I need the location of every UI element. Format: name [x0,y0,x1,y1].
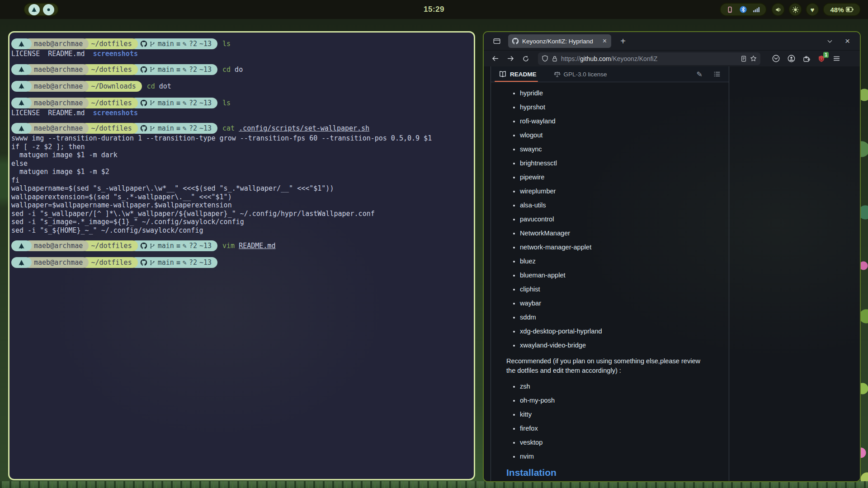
new-tab-button[interactable]: + [617,35,629,47]
prompt-arch-segment [11,257,32,268]
terminal-block: maeb@archmae~/dotfilesmain≡✎?2~13cd do [11,64,470,75]
readme-list-item: hypridle [520,89,713,97]
command-span: dot [155,82,171,90]
prompt-arch-segment [11,123,32,134]
terminal-prompt: maeb@archmae~/dotfilesmain≡✎?2~13ls [11,98,470,108]
firefox-view-button[interactable] [490,34,504,48]
git-edit-icon: ✎ [183,40,187,48]
terminal-output-line: sed -i "s_wallpaper/[^ ]*\.\w*_wallpaper… [11,210,470,218]
brightness-button[interactable] [788,3,802,16]
output-span: screenshots [93,109,138,117]
terminal-body: maeb@archmae~/dotfilesmain≡✎?2~13lsLICEN… [11,38,470,268]
license-tab-label: GPL-3.0 license [564,71,607,78]
ublock-icon[interactable]: 1 [818,55,825,62]
signal-strength-icon[interactable] [753,6,760,13]
readme-tab-label: README [510,71,537,78]
outline-toc-icon[interactable] [713,70,721,78]
output-span [40,109,48,117]
account-icon[interactable] [788,55,795,62]
terminal-prompt: maeb@archmae~/Downloadscd dot [11,81,470,92]
terminal-output-line: wallpapername=$(sed "s_-wallpaper\.\w*__… [11,184,470,193]
git-branch-icon [150,260,156,266]
output-span: README.md [48,109,85,117]
git-branch-name: main [158,40,174,48]
lock-icon[interactable] [552,56,558,62]
output-span: matugen image $1 -m dark [11,151,118,159]
readme-list-item: bluez [520,258,713,265]
github-octocat-icon [140,40,147,47]
browser-tab-active[interactable]: Keyoonz/KonfiZ: Hyprland × [508,34,611,48]
terminal-output-line: sed -i "s_image=.*_image=${1}_" ~/.confi… [11,218,470,226]
git-modified-count: ~13 [199,242,212,250]
tab-license[interactable]: GPL-3.0 license [554,71,607,78]
terminal-output-line: matugen image $1 -m dark [11,151,470,160]
prompt-git-segment: main≡✎?2~13 [130,240,217,251]
github-octocat-icon [140,125,147,132]
git-edit-icon: ✎ [183,66,187,74]
git-branch-icon [150,66,156,72]
readme-list-item: rofi-wayland [520,117,713,125]
back-button[interactable] [488,52,502,65]
url-text[interactable]: https://github.com/Keyoonz/KonfiZ [561,55,737,62]
output-span: sed -i "s_wallpaper/[^ ]*\.\w*_wallpaper… [11,210,375,218]
github-octocat-icon [140,66,147,73]
arch-logo-icon [18,259,25,266]
git-branch-icon [150,243,156,249]
terminal-command: cd dot [147,82,171,90]
prompt-path-segment: ~/dotfiles [81,257,137,268]
terminal-command: vim README.md [222,242,275,250]
terminal-prompt: maeb@archmae~/dotfilesmain≡✎?2~13ls [11,38,470,49]
command-span [235,242,239,250]
bookmark-star-icon[interactable] [750,55,757,62]
readme-list-item: zsh [520,383,713,390]
readme-list-item: firefox [520,425,713,432]
battery-percent: 48% [830,6,844,14]
git-untracked-count: ?2 [189,99,197,107]
url-bar[interactable]: https://github.com/Keyoonz/KonfiZ [538,52,760,65]
git-branch-icon [150,41,156,47]
battery-indicator[interactable]: 48% [823,3,861,16]
bluetooth-icon[interactable] [740,6,747,13]
heart-icon: ♥ [811,6,815,14]
tab-close-icon[interactable]: × [602,38,608,45]
tab-readme[interactable]: README [499,66,537,82]
readme-list-item: pavucontrol [520,216,713,223]
terminal-command: ls [222,99,231,107]
window-close-icon[interactable]: × [845,36,850,46]
output-span: matugen image $1 -m $2 [11,168,109,176]
prompt-user-segment: maeb@archmae [24,123,89,134]
volume-button[interactable] [771,3,785,16]
git-status-equal: ≡ [176,40,180,48]
arch-logo-icon [18,83,25,89]
heart-button[interactable]: ♥ [806,3,819,16]
output-span: if [ -z $2 ]; then [11,143,85,151]
command-span: cd [147,82,155,90]
forward-button[interactable] [504,52,517,65]
terminal-window[interactable]: maeb@archmae~/dotfilesmain≡✎?2~13lsLICEN… [8,31,475,480]
prompt-user-segment: maeb@archmae [24,98,89,108]
tracking-shield-icon[interactable] [542,55,548,62]
pocket-icon[interactable] [772,55,780,62]
readme-body: hypridlehyprshotrofi-waylandwlogoutswayn… [491,82,729,479]
book-icon [499,70,506,78]
terminal-command: cat .config/scripts/set-wallpaper.sh [222,124,369,132]
system-tray[interactable] [720,3,767,16]
readme-list-item: NetworkManager [520,230,713,237]
readme-list-item: blueman-applet [520,272,713,279]
output-span [40,50,48,58]
git-status-equal: ≡ [176,242,180,250]
readme-container: README GPL-3.0 license ✎ hypridl [491,66,729,481]
list-all-tabs-icon[interactable] [826,38,833,45]
menu-hamburger-icon[interactable] [833,55,840,62]
reader-mode-icon[interactable] [741,56,747,62]
ublock-badge: 1 [823,52,829,58]
edit-pencil-icon[interactable]: ✎ [697,70,703,79]
prompt-arch-segment [11,38,32,49]
command-span: ls [222,40,231,48]
kdeconnect-phone-icon[interactable] [726,6,733,13]
extensions-puzzle-icon[interactable] [803,55,810,62]
prompt-user-segment: maeb@archmae [24,81,89,92]
reload-button[interactable] [519,52,533,65]
arch-logo-icon [18,243,25,249]
firefox-window[interactable]: Keyoonz/KonfiZ: Hyprland × + × [483,31,861,482]
